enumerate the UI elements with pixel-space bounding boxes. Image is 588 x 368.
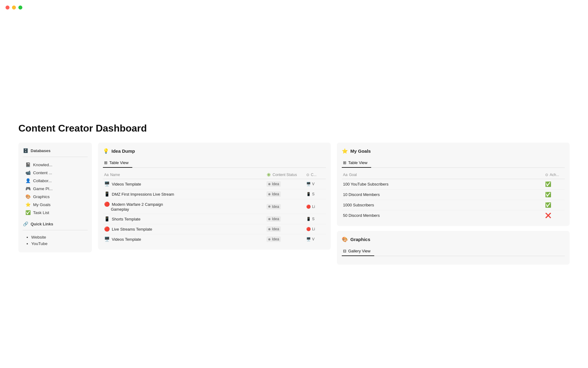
table-row[interactable]: 🔴 Live Streams Template Idea 🔴 Li	[103, 224, 326, 234]
idea-dump-header: 💡 Idea Dump	[103, 148, 326, 154]
video-template-icon: 🖥️	[104, 181, 110, 187]
quick-link-website[interactable]: Website	[31, 234, 88, 240]
graphics-header: 🎨 Graphics	[342, 236, 565, 242]
maximize-button[interactable]	[18, 6, 22, 10]
table-row[interactable]: 100 YouTube Subscribers ✅	[342, 179, 565, 190]
aa-icon: Aa	[104, 173, 109, 177]
book-icon: 📓	[25, 162, 31, 167]
check-circle-icon: ✅	[25, 210, 31, 215]
phone-icon: 📱	[104, 216, 110, 222]
graphics-gallery-view-tab[interactable]: ⊟ Gallery View	[342, 247, 374, 256]
table-row[interactable]: 🔴 Modern Warfare 2 Campaign Gameplay Ide…	[103, 199, 326, 214]
sidebar-item-graphics[interactable]: 🎨 Graphics	[23, 193, 88, 201]
type-icon: 📱	[306, 192, 311, 196]
right-column: ⭐ My Goals ⊞ Table View Aa Goal	[337, 143, 570, 265]
table-view-icon: ⊞	[343, 160, 346, 165]
status-cell: Idea	[266, 181, 306, 187]
graphics-icon: 🎨	[342, 236, 348, 242]
table-row[interactable]: 📱 DMZ First Impressions Live Stream Idea…	[103, 189, 326, 199]
goal-name: 10 Discord Members	[343, 192, 545, 197]
circle-icon: ⊙	[545, 173, 548, 177]
idea-dump-table: Aa Name ✳️ Content Status ⊙ C... �	[103, 171, 326, 244]
check-true-icon: ✅	[545, 182, 551, 187]
achieved-cell: ❌	[545, 213, 564, 218]
idea-dump-panel: 💡 Idea Dump ⊞ Table View Aa Name ✳️	[98, 143, 331, 250]
databases-divider	[23, 157, 88, 157]
row-name: 🖥️ Videos Template	[104, 236, 266, 242]
check-true-icon: ✅	[545, 202, 551, 208]
goal-col-header: Aa Goal	[343, 173, 545, 177]
status-badge: Idea	[266, 226, 281, 232]
row-name-line1: 🔴 Modern Warfare 2 Campaign	[104, 201, 266, 207]
table-view-icon: ⊞	[104, 160, 107, 165]
achieved-col-header: ⊙ Ach...	[545, 173, 564, 177]
row-name: 🔴 Live Streams Template	[104, 226, 266, 232]
row-name: 📱 DMZ First Impressions Live Stream	[104, 191, 266, 197]
star-icon: ⭐	[25, 202, 31, 207]
quick-links-divider	[23, 230, 88, 230]
status-cell: Idea	[266, 226, 306, 232]
databases-section-title: 🗄️ Databases	[23, 148, 88, 153]
status-badge: Idea	[266, 191, 281, 197]
row-name: 🔴 Modern Warfare 2 Campaign Gameplay	[104, 201, 266, 212]
type-icon: 🖥️	[306, 237, 311, 241]
content-type-cell: 🖥️ V	[306, 237, 325, 241]
aa-icon: Aa	[343, 173, 348, 177]
sidebar-item-collabor[interactable]: 👤 Collabor...	[23, 177, 88, 185]
content-type-cell: 📱 S	[306, 217, 325, 221]
status-dot	[268, 205, 270, 208]
sidebar-item-tasklist[interactable]: ✅ Task List	[23, 209, 88, 217]
status-dot	[268, 238, 270, 240]
content-status-col-header: ✳️ Content Status	[266, 173, 306, 177]
close-button[interactable]	[6, 6, 9, 10]
table-row[interactable]: 🖥️ Videos Template Idea 🖥️ V	[103, 179, 326, 189]
databases-icon: 🗄️	[23, 148, 28, 153]
idea-dump-table-view-tab[interactable]: ⊞ Table View	[103, 158, 132, 168]
my-goals-header: ⭐ My Goals	[342, 148, 565, 154]
achieved-cell: ✅	[545, 181, 564, 187]
red-dot-icon: 🔴	[104, 201, 110, 207]
my-goals-table-view-tab[interactable]: ⊞ Table View	[342, 158, 371, 168]
sidebar: 🗄️ Databases 📓 Knowled... 📹 Content ... …	[18, 143, 92, 252]
achieved-cell: ✅	[545, 192, 564, 197]
quick-link-youtube[interactable]: YouTube	[31, 240, 88, 247]
check-true-icon: ✅	[545, 192, 551, 197]
sidebar-item-gamepl[interactable]: 🎮 Game Pl...	[23, 185, 88, 193]
table-row[interactable]: 10 Discord Members ✅	[342, 190, 565, 200]
content-type-col-header: ⊙ C...	[306, 173, 325, 177]
table-row[interactable]: 1000 Subscribers ✅	[342, 200, 565, 210]
type-icon: 🔴	[306, 227, 311, 231]
type-icon: 📱	[306, 217, 311, 221]
goals-table-header: Aa Goal ⊙ Ach...	[342, 171, 565, 179]
status-badge: Idea	[266, 181, 281, 187]
goal-name: 100 YouTube Subscribers	[343, 182, 545, 186]
link-icon: 🔗	[23, 221, 28, 226]
minimize-button[interactable]	[12, 6, 16, 10]
table-row[interactable]: 🖥️ Videos Template Idea 🖥️ V	[103, 234, 326, 244]
sidebar-item-content[interactable]: 📹 Content ...	[23, 169, 88, 177]
row-name: 🖥️ Videos Template	[104, 181, 266, 187]
traffic-lights	[6, 6, 22, 10]
status-badge: Idea	[266, 216, 281, 222]
monitor-icon: 🖥️	[104, 236, 110, 242]
sidebar-item-knowledged[interactable]: 📓 Knowled...	[23, 161, 88, 169]
table-row[interactable]: 📱 Shorts Template Idea 📱 S	[103, 214, 326, 224]
row-name: 📱 Shorts Template	[104, 216, 266, 222]
status-dot	[268, 228, 270, 230]
sidebar-item-mygoals[interactable]: ⭐ My Goals	[23, 201, 88, 209]
status-badge: Idea	[266, 236, 281, 242]
type-icon: 🔴	[306, 205, 311, 209]
content-type-cell: 🖥️ V	[306, 182, 325, 186]
status-dot	[268, 193, 270, 195]
status-cell: Idea	[266, 204, 306, 209]
status-cell: Idea	[266, 236, 306, 242]
circle-icon: ⊙	[306, 173, 309, 177]
quick-links-section: 🔗 Quick Links Website YouTube	[23, 221, 88, 247]
table-row[interactable]: 50 Discord Members ❌	[342, 210, 565, 220]
content-type-cell: 📱 S	[306, 192, 325, 196]
main-container: Content Creator Dashboard 🗄️ Databases 📓…	[0, 104, 588, 277]
idea-dump-icon: 💡	[103, 148, 109, 154]
my-goals-panel: ⭐ My Goals ⊞ Table View Aa Goal	[337, 143, 570, 226]
idea-dump-tab-bar: ⊞ Table View	[103, 158, 326, 168]
palette-icon: 🎨	[25, 194, 31, 199]
